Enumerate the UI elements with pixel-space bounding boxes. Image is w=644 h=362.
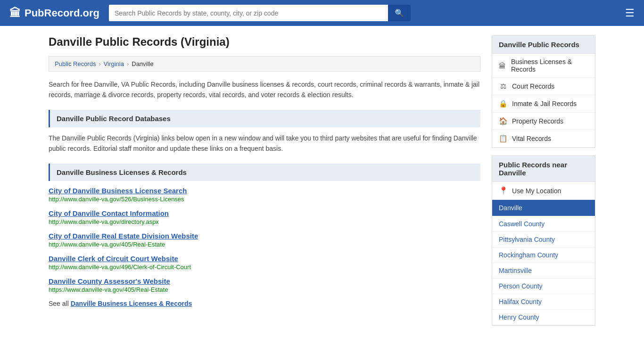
list-item: Danville Clerk of Circuit Court Website … [49, 255, 480, 271]
sidebar-item-label-4: Vital Records [512, 135, 551, 142]
nearby-danville[interactable]: Danville [492, 200, 595, 216]
breadcrumb-sep-1: › [99, 60, 100, 67]
site-header: 🏛 PubRecord.org 🔍 ☰ [0, 0, 644, 26]
breadcrumb: Public Records › Virginia › Danville [49, 56, 480, 72]
nearby-martinsville[interactable]: Martinsville [492, 263, 595, 279]
logo-text: PubRecord.org [25, 7, 99, 19]
use-location[interactable]: 📍 Use My Location [492, 182, 595, 200]
sidebar-nearby-title: Public Records near Danville [492, 156, 595, 182]
page-title: Danville Public Records (Virginia) [49, 35, 480, 49]
search-button[interactable]: 🔍 [388, 5, 411, 21]
content-area: Danville Public Records (Virginia) Publi… [49, 35, 480, 333]
sidebar-item-label-3: Property Records [512, 117, 563, 125]
sidebar-title: Danville Public Records [492, 36, 595, 54]
see-all: See all Danville Business Licenses & Rec… [49, 300, 480, 307]
nearby-pittsylvania[interactable]: Pittsylvania County [492, 232, 595, 247]
sidebar-item-vital[interactable]: 📋 Vital Records [492, 130, 595, 148]
breadcrumb-virginia[interactable]: Virginia [104, 60, 124, 67]
nearby-person[interactable]: Person County [492, 279, 595, 294]
list-item: City of Danville Real Estate Division We… [49, 232, 480, 248]
sidebar-item-court[interactable]: ⚖ Court Records [492, 78, 595, 95]
sidebar-item-inmate[interactable]: 🔒 Inmate & Jail Records [492, 95, 595, 113]
link-url-4: https://www.danville-va.gov/405/Real-Est… [49, 286, 480, 293]
search-bar: 🔍 [109, 5, 411, 21]
links-list: City of Danville Business License Search… [49, 187, 480, 293]
page-description: Search for free Danville, VA Public Reco… [49, 79, 480, 100]
nearby-caswell[interactable]: Caswell County [492, 216, 595, 232]
sidebar-item-property[interactable]: 🏠 Property Records [492, 113, 595, 130]
main-container: Danville Public Records (Virginia) Publi… [39, 26, 605, 343]
breadcrumb-public-records[interactable]: Public Records [55, 60, 96, 67]
sidebar-records-box: Danville Public Records 🏛 Business Licen… [492, 35, 595, 148]
link-title-3[interactable]: Danville Clerk of Circuit Court Website [49, 255, 480, 263]
menu-button[interactable]: ☰ [625, 7, 635, 19]
site-logo[interactable]: 🏛 PubRecord.org [9, 7, 99, 20]
sidebar-item-label-1: Court Records [512, 82, 554, 90]
pin-icon: 📍 [499, 186, 508, 195]
sidebar-item-label-2: Inmate & Jail Records [512, 100, 577, 107]
list-item: City of Danville Contact Information htt… [49, 209, 480, 225]
sidebar-item-label-0: Business Licenses & Records [511, 58, 588, 73]
link-title-2[interactable]: City of Danville Real Estate Division We… [49, 232, 480, 240]
nearby-halifax[interactable]: Halifax County [492, 294, 595, 310]
nearby-label-0: Danville [499, 204, 522, 212]
lock-icon: 🔒 [499, 99, 507, 108]
use-location-label: Use My Location [512, 187, 561, 195]
home-icon: 🏠 [499, 117, 507, 125]
sidebar-nearby-box: Public Records near Danville 📍 Use My Lo… [492, 156, 595, 326]
breadcrumb-sep-2: › [127, 60, 129, 67]
logo-icon: 🏛 [9, 7, 21, 20]
db-description: The Danville Public Records (Virginia) l… [49, 133, 480, 154]
building-icon: 🏛 [499, 62, 506, 70]
nearby-henry[interactable]: Henry County [492, 310, 595, 325]
nearby-rockingham[interactable]: Rockingham County [492, 247, 595, 263]
breadcrumb-current: Danville [132, 60, 153, 67]
link-title-0[interactable]: City of Danville Business License Search [49, 187, 480, 195]
clipboard-icon: 📋 [499, 134, 507, 143]
scales-icon: ⚖ [499, 82, 507, 90]
db-section-header: Danville Public Record Databases [49, 110, 480, 127]
sidebar-item-business[interactable]: 🏛 Business Licenses & Records [492, 54, 595, 78]
link-title-1[interactable]: City of Danville Contact Information [49, 209, 480, 217]
link-url-3: http://www.danville-va.gov/496/Clerk-of-… [49, 263, 480, 271]
list-item: City of Danville Business License Search… [49, 187, 480, 203]
link-title-4[interactable]: Danville County Assessor's Website [49, 277, 480, 285]
link-url-0: http://www.danville-va.gov/526/Business-… [49, 196, 480, 203]
link-url-1: http://www.danville-va.gov/directory.asp… [49, 218, 480, 225]
list-item: Danville County Assessor's Website https… [49, 277, 480, 293]
see-all-text: See all [49, 300, 69, 307]
see-all-link[interactable]: Danville Business Licenses & Records [71, 300, 192, 307]
biz-section-header: Danville Business Licenses & Records [49, 164, 480, 181]
link-url-2: http://www.danville-va.gov/405/Real-Esta… [49, 241, 480, 248]
sidebar: Danville Public Records 🏛 Business Licen… [492, 35, 595, 333]
search-input[interactable] [109, 5, 388, 21]
